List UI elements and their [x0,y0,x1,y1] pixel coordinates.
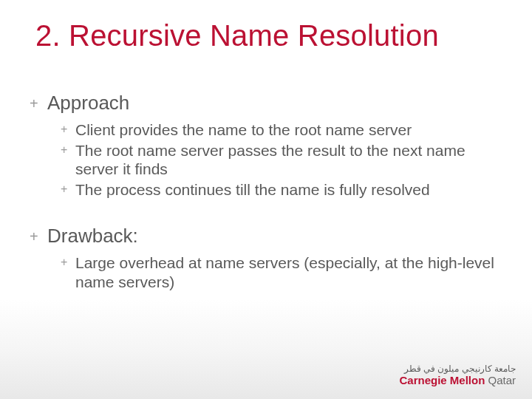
section-items: + Large overhead at name servers (especi… [61,253,504,291]
section-heading: + Approach [30,92,504,115]
bullet-item: + Client provides the name to the root n… [61,120,504,140]
plus-icon: + [30,95,47,112]
bullet-item: + The process continues till the name is… [61,180,504,200]
bullet-item: + Large overhead at name servers (especi… [61,253,504,291]
slide: 2. Recursive Name Resolution + Approach … [0,0,532,399]
section-items: + Client provides the name to the root n… [61,120,504,199]
section-heading: + Drawback: [30,225,504,248]
logo-arabic-text: جامعة كارنيجي ميلون في قطر [399,364,516,373]
logo-main-text: Carnegie Mellon Qatar [399,375,516,386]
plus-icon: + [61,123,75,136]
item-text: The process continues till the name is f… [75,180,430,200]
slide-body: + Approach + Client provides the name to… [30,92,504,309]
item-text: Large overhead at name servers (especial… [75,253,504,291]
heading-text: Approach [47,92,129,115]
footer-logo: جامعة كارنيجي ميلون في قطر Carnegie Mell… [399,364,516,386]
bullet-item: + The root name server passes the result… [61,141,504,179]
heading-text: Drawback: [47,225,138,248]
slide-title: 2. Recursive Name Resolution [35,19,517,52]
logo-qatar: Qatar [485,374,516,386]
plus-icon: + [61,256,75,269]
plus-icon: + [61,143,75,157]
logo-cm: Carnegie Mellon [399,374,485,386]
plus-icon: + [30,228,47,245]
item-text: Client provides the name to the root nam… [75,120,412,140]
item-text: The root name server passes the result t… [75,141,504,179]
plus-icon: + [61,183,75,196]
